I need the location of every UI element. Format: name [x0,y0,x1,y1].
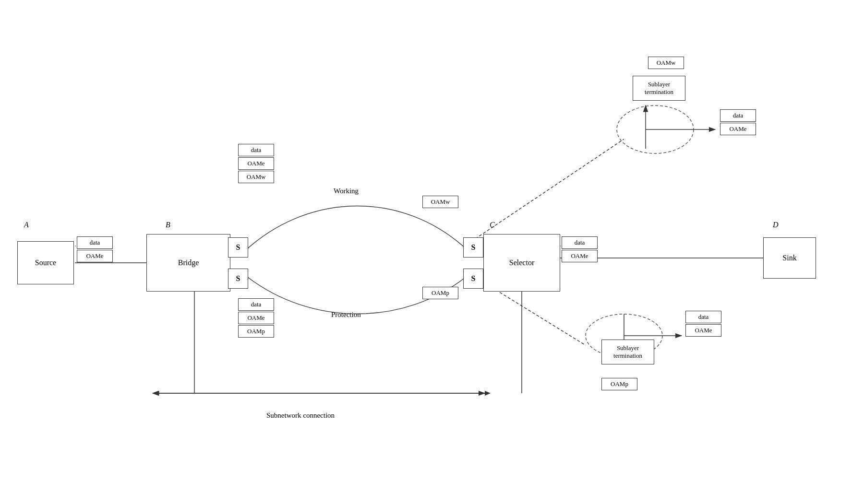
sel-oame-box: OAMe [562,250,598,262]
diagram-container: A Source data OAMe B Bridge S S data OAM… [0,0,852,504]
label-A: A [24,221,29,229]
bot-right-sublayer-label: Sublayer termination [613,344,642,360]
bridge-switch-top: S [228,237,248,258]
protection-label: Protection [331,311,361,319]
svg-line-6 [475,139,624,239]
top-right-oamw-box: OAMw [648,57,684,69]
top-right-data-box: data [720,109,756,122]
sel-oamp-box: OAMp [422,287,458,299]
svg-marker-23 [153,391,158,396]
bridge-data-p-box: data [238,298,274,311]
bridge-oamp-box: OAMp [238,325,274,338]
selector-box: Selector [483,234,560,292]
svg-point-14 [617,105,694,153]
label-B: B [166,221,170,229]
bridge-switch-bot: S [228,269,248,289]
bridge-box: Bridge [146,234,230,292]
subnetwork-label: Subnetwork connection [266,411,335,420]
source-oame-box: OAMe [77,250,113,262]
sel-oamw-box: OAMw [422,196,458,208]
label-D: D [773,221,779,229]
source-data-box: data [77,236,113,249]
bridge-oame-p-box: OAMe [238,312,274,324]
bridge-oamw-box: OAMw [238,171,274,183]
bot-right-data-box: data [685,311,721,323]
bridge-data-box: data [238,144,274,156]
sel-data-box: data [562,236,598,249]
svg-marker-24 [485,391,491,396]
bot-right-sublayer-box: Sublayer termination [601,340,654,364]
sink-box: Sink [763,237,816,279]
top-right-sublayer-box: Sublayer termination [633,76,685,101]
source-box: Source [17,241,74,284]
top-right-oame-box: OAMe [720,123,756,135]
bot-right-oame-box: OAMe [685,324,721,337]
sel-switch-top: S [463,237,483,258]
bot-right-oamp-box: OAMp [601,378,637,390]
top-right-sublayer-label: Sublayer termination [645,81,673,96]
diagram-svg [0,0,852,504]
working-label: Working [334,187,359,195]
label-C: C [490,221,495,229]
sel-switch-bot: S [463,269,483,289]
bridge-oame-box: OAMe [238,157,274,170]
